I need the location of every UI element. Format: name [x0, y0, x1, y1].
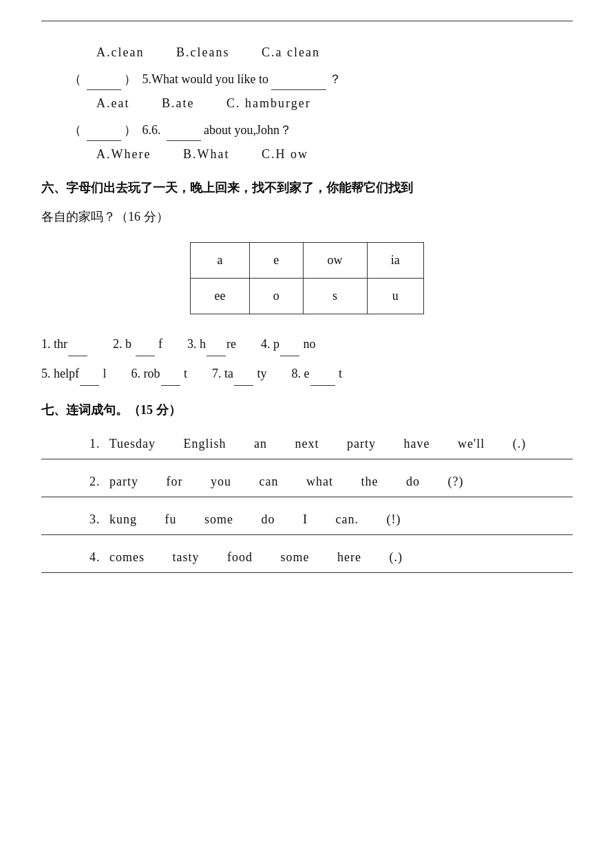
section6-title2: 各自的家吗？（16 分） — [41, 205, 573, 228]
q5-paren-close: ） — [124, 69, 136, 90]
q6-text: about you,John？ — [204, 120, 292, 141]
q6-option-c: C.H ow — [262, 144, 308, 165]
section6-title: 六、字母们出去玩了一天，晚上回来，找不到家了，你能帮它们找到 — [41, 176, 573, 199]
fill-item-4: 4. p no — [261, 331, 316, 356]
sentence-1-line — [41, 459, 573, 459]
fill-blank-1 — [68, 331, 87, 356]
section7-title: 七、连词成句。（15 分） — [41, 398, 573, 422]
q6-fill-blank — [167, 120, 201, 142]
fill-blank-4 — [280, 331, 299, 356]
q5-answer-blank — [87, 69, 121, 91]
fill-item-2: 2. b f — [113, 331, 162, 356]
q5-paren-open: （ — [69, 69, 81, 90]
vowel-ow: ow — [303, 243, 367, 279]
q4-option-a: A.clean — [96, 42, 144, 63]
sentence-row-2: 2. party for you can what the do (?) — [89, 469, 573, 494]
q5-option-a: A.eat — [96, 93, 129, 114]
vowel-s: s — [303, 278, 367, 314]
sentence-4-words: 4. comes tasty food some here (.) — [89, 550, 403, 564]
fill-blank-2 — [136, 331, 155, 356]
q5-end: ？ — [329, 69, 341, 90]
vowel-e: e — [249, 243, 303, 279]
q6-option-a: A.Where — [96, 144, 151, 165]
sentence-3-words: 3. kung fu some do I can. (!) — [89, 512, 401, 526]
vowel-a: a — [191, 243, 250, 279]
fill-row-1: 1. thr 2. b f 3. h re 4. p no — [41, 331, 573, 356]
fill-blank-3 — [207, 331, 226, 356]
fill-row-2: 5. helpf l 6. rob t 7. ta ty 8. e t — [41, 360, 573, 386]
fill-item-8: 8. e t — [292, 360, 343, 386]
q5-option-c: C. hamburger — [226, 93, 311, 114]
q5-text: 5.What would you like to — [139, 69, 268, 90]
fill-blank-7 — [234, 360, 253, 386]
q5-options: A.eat B.ate C. hamburger — [96, 93, 573, 114]
vowel-u: u — [367, 278, 423, 314]
sentence-2-words: 2. party for you can what the do (?) — [89, 475, 463, 488]
fill-item-3: 3. h re — [187, 331, 236, 356]
vowel-ia: ia — [367, 243, 423, 279]
fill-blank-6 — [161, 360, 180, 386]
fill-item-6: 6. rob t — [131, 360, 188, 386]
q6-paren-close: ） — [124, 120, 136, 141]
q6-option-b: B.What — [183, 144, 230, 165]
question-5-row: （ ） 5.What would you like to ？ — [69, 69, 573, 91]
fill-blank-5 — [80, 360, 99, 386]
sentence-row-4: 4. comes tasty food some here (.) — [89, 545, 573, 569]
sentence-2-line — [41, 497, 573, 497]
q5-option-b: B.ate — [162, 93, 195, 114]
q4-option-b: B.cleans — [176, 42, 229, 63]
q4-option-c: C.a clean — [262, 42, 320, 63]
sentence-1-words: 1. Tuesday English an next party have we… — [89, 437, 526, 451]
vowel-o: o — [249, 278, 303, 314]
q5-fill-blank — [271, 69, 326, 91]
q6-number: 6.6. — [139, 120, 164, 141]
q6-options: A.Where B.What C.H ow — [96, 144, 573, 165]
q6-paren-open: （ — [69, 120, 81, 141]
sentence-3-line — [41, 534, 573, 535]
q4-options: A.clean B.cleans C.a clean — [96, 42, 573, 63]
vowel-ee: ee — [191, 278, 250, 314]
vowel-table: a e ow ia ee o s u — [190, 242, 424, 314]
fill-item-5: 5. helpf l — [41, 360, 107, 386]
q6-answer-blank — [87, 120, 121, 142]
sentence-section: 1. Tuesday English an next party have we… — [41, 431, 573, 573]
fill-section: 1. thr 2. b f 3. h re 4. p no 5. helpf l… — [41, 331, 573, 386]
sentence-row-3: 3. kung fu some do I can. (!) — [89, 507, 573, 532]
sentence-4-line — [41, 572, 573, 573]
top-divider — [41, 21, 573, 21]
fill-blank-8 — [310, 360, 335, 386]
fill-item-1: 1. thr — [41, 331, 88, 356]
fill-item-7: 7. ta ty — [212, 360, 267, 386]
sentence-row-1: 1. Tuesday English an next party have we… — [89, 431, 573, 456]
question-6-row: （ ） 6.6. about you,John？ — [69, 120, 573, 142]
